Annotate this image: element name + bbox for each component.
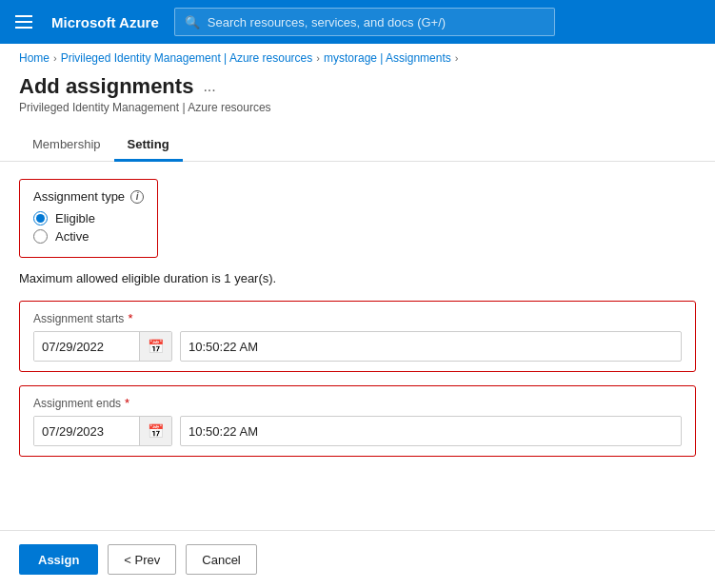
starts-label-text: Assignment starts (33, 312, 124, 325)
search-icon: 🔍 (185, 15, 200, 29)
prev-button[interactable]: < Prev (108, 544, 176, 575)
page-subtitle: Privileged Identity Management | Azure r… (19, 101, 696, 114)
ends-date-input[interactable] (34, 417, 139, 445)
starts-date-wrapper: 📅 (33, 331, 172, 362)
calendar-icon-2: 📅 (148, 423, 164, 439)
assignment-type-info-icon[interactable]: i (130, 190, 144, 204)
ends-required-star: * (125, 396, 129, 410)
form-area: Assignment type i Eligible Active Maximu… (0, 162, 715, 530)
ends-date-wrapper: 📅 (33, 416, 172, 446)
breadcrumb-pim[interactable]: Privileged Identity Management | Azure r… (61, 51, 313, 65)
eligible-label: Eligible (55, 211, 95, 225)
assignment-starts-group: Assignment starts * 📅 (19, 301, 696, 372)
assignment-ends-group: Assignment ends * 📅 (19, 385, 696, 457)
breadcrumb-sep-1: › (53, 52, 57, 64)
page-options-button[interactable]: ... (203, 78, 215, 95)
tab-membership[interactable]: Membership (19, 129, 114, 162)
main-content: Home › Privileged Identity Management | … (0, 44, 715, 588)
page-title: Add assignments (19, 74, 193, 99)
footer: Assign < Prev Cancel (0, 530, 715, 588)
eligible-radio-option[interactable]: Eligible (33, 211, 144, 225)
assignment-type-box: Assignment type i Eligible Active (19, 179, 158, 258)
starts-time-input[interactable] (180, 331, 682, 362)
assignment-ends-label: Assignment ends * (33, 396, 682, 410)
ends-label-text: Assignment ends (33, 397, 121, 410)
cancel-button[interactable]: Cancel (186, 544, 256, 575)
breadcrumb-sep-2: › (316, 52, 320, 64)
active-radio-option[interactable]: Active (33, 229, 144, 244)
ends-calendar-button[interactable]: 📅 (139, 417, 171, 445)
tab-setting[interactable]: Setting (114, 129, 183, 162)
assign-button[interactable]: Assign (19, 544, 98, 575)
active-radio[interactable] (33, 229, 48, 244)
starts-calendar-button[interactable]: 📅 (139, 332, 171, 361)
hamburger-menu-icon[interactable] (11, 11, 36, 32)
assignment-type-label: Assignment type i (33, 189, 144, 204)
topbar: Microsoft Azure 🔍 Search resources, serv… (0, 0, 715, 44)
breadcrumb-assignments[interactable]: mystorage | Assignments (324, 51, 451, 65)
search-placeholder: Search resources, services, and docs (G+… (208, 15, 446, 29)
starts-date-input[interactable] (34, 332, 139, 361)
global-search-bar[interactable]: 🔍 Search resources, services, and docs (… (174, 8, 555, 36)
starts-field-row: 📅 (33, 331, 682, 362)
calendar-icon: 📅 (148, 339, 164, 354)
assignment-type-text: Assignment type (33, 189, 125, 204)
ends-field-row: 📅 (33, 416, 682, 446)
breadcrumb: Home › Privileged Identity Management | … (0, 44, 715, 70)
assignment-starts-label: Assignment starts * (33, 311, 682, 325)
eligible-radio[interactable] (33, 211, 48, 225)
breadcrumb-sep-3: › (455, 52, 459, 64)
breadcrumb-home[interactable]: Home (19, 51, 50, 65)
info-message: Maximum allowed eligible duration is 1 y… (19, 271, 696, 285)
starts-required-star: * (128, 311, 132, 325)
page-header: Add assignments ... Privileged Identity … (0, 70, 715, 122)
tabs: Membership Setting (0, 129, 715, 162)
ends-time-input[interactable] (180, 416, 682, 446)
active-label: Active (55, 229, 89, 244)
app-logo: Microsoft Azure (51, 14, 159, 30)
